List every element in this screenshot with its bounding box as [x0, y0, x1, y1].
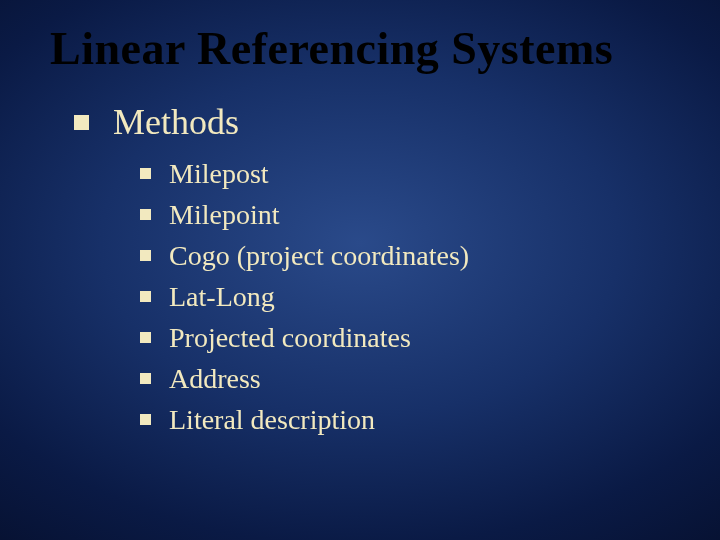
list-item: Milepoint — [140, 197, 670, 232]
square-bullet-icon — [140, 209, 151, 220]
list-item-label: Address — [169, 361, 261, 396]
square-bullet-icon — [74, 115, 89, 130]
methods-list: Milepost Milepoint Cogo (project coordin… — [140, 156, 670, 437]
list-item: Projected coordinates — [140, 320, 670, 355]
square-bullet-icon — [140, 250, 151, 261]
list-item: Cogo (project coordinates) — [140, 238, 670, 273]
list-item-label: Literal description — [169, 402, 375, 437]
list-item: Milepost — [140, 156, 670, 191]
list-item: Lat-Long — [140, 279, 670, 314]
list-item-label: Cogo (project coordinates) — [169, 238, 469, 273]
square-bullet-icon — [140, 414, 151, 425]
square-bullet-icon — [140, 291, 151, 302]
section-row: Methods — [74, 103, 670, 143]
square-bullet-icon — [140, 168, 151, 179]
slide-title: Linear Referencing Systems — [50, 24, 670, 75]
list-item-label: Lat-Long — [169, 279, 275, 314]
section-heading: Methods — [113, 103, 239, 143]
list-item-label: Milepost — [169, 156, 269, 191]
list-item: Address — [140, 361, 670, 396]
list-item: Literal description — [140, 402, 670, 437]
list-item-label: Projected coordinates — [169, 320, 411, 355]
slide: Linear Referencing Systems Methods Milep… — [0, 0, 720, 540]
list-item-label: Milepoint — [169, 197, 279, 232]
square-bullet-icon — [140, 373, 151, 384]
square-bullet-icon — [140, 332, 151, 343]
